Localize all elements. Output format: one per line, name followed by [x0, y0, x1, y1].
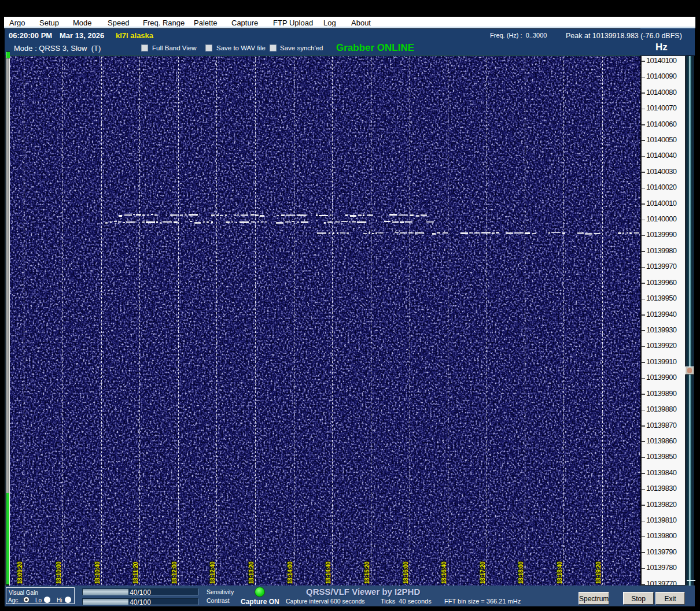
svg-text:18:14:00: 18:14:00 — [287, 561, 293, 584]
svg-text:18:18:40: 18:18:40 — [557, 561, 563, 584]
svg-text:18:14:40: 18:14:40 — [325, 561, 331, 584]
svg-text:18:18:00: 18:18:00 — [518, 561, 524, 584]
svg-text:18:12:40: 18:12:40 — [209, 561, 216, 584]
svg-text:18:10:00: 18:10:00 — [56, 561, 62, 584]
svg-text:18:19:20: 18:19:20 — [595, 561, 602, 584]
svg-text:18:09:20: 18:09:20 — [17, 561, 23, 584]
svg-text:18:17:20: 18:17:20 — [480, 561, 486, 584]
svg-text:18:16:00: 18:16:00 — [403, 561, 409, 584]
svg-text:18:15:20: 18:15:20 — [364, 561, 370, 584]
svg-text:18:11:20: 18:11:20 — [132, 561, 139, 584]
svg-text:18:10:40: 18:10:40 — [94, 561, 101, 584]
svg-text:18:12:00: 18:12:00 — [171, 561, 178, 584]
svg-text:18:13:20: 18:13:20 — [248, 561, 255, 584]
svg-text:18:16:40: 18:16:40 — [441, 561, 447, 584]
